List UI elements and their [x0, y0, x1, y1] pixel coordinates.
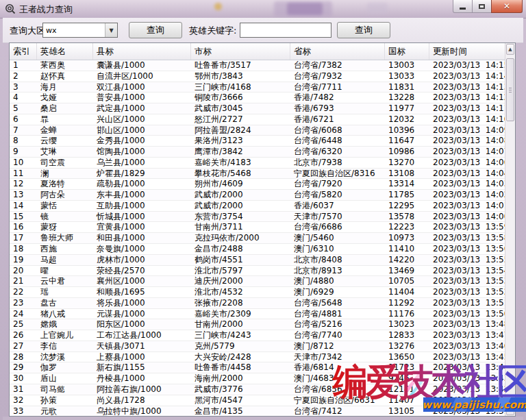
table-cell: 10705 — [385, 276, 429, 286]
table-cell: 2023/03/13 13:52:14 — [429, 287, 505, 297]
table-cell: 台湾省/6448 — [290, 136, 385, 146]
table-cell: 邯山区/1000 — [93, 125, 191, 136]
table-cell: 盾山 — [37, 373, 93, 384]
table-row[interactable]: 24猪八戒元谋县/1000嘉峪关市/2309台湾省/4881111762023/… — [10, 309, 505, 320]
table-cell: 沈梦溪 — [37, 352, 93, 362]
table-row[interactable]: 13阿古朵东丰县/1000武威市/2000台湾省/5820117852023/0… — [10, 190, 505, 201]
table-row[interactable]: 32孙策尚义县/1728黑河市/4547宁夏回族自治区/663111407202… — [10, 395, 505, 406]
table-cell: 11977 — [385, 103, 429, 114]
column-header[interactable]: 索引 — [10, 43, 37, 60]
table-cell: 乌拉特中旗/1000 — [93, 406, 191, 417]
minimize-button[interactable] — [453, 0, 473, 13]
table-row[interactable]: 28沈梦溪上蔡县/1000大兴安岭/2428天津市/7342136502023/… — [10, 352, 505, 363]
table-row[interactable]: 11澜炉霍县/1829攀枝花市/5468宁夏回族自治区/831613108202… — [10, 169, 505, 180]
table-row[interactable]: 3海月双江县/1000三门峡市/4168台湾省/7711118312023/03… — [10, 82, 505, 93]
column-header[interactable]: 国标 — [385, 43, 429, 60]
table-row[interactable]: 14蒙恬互助县/1000武威市/2000香港/6037122952023/03/… — [10, 201, 505, 212]
region-query-button[interactable]: 查询 — [129, 22, 182, 38]
window-title: 王者战力查询 — [19, 3, 73, 16]
table-row[interactable]: 6暃兴山区/1000怒江州/2727香港/6721120322023/03/13… — [10, 114, 505, 125]
table-cell: 2023/03/13 14:02:36 — [429, 190, 505, 200]
table-row[interactable]: 20曜荥经县/2570淮北市/5797北京市/8913134692023/03/… — [10, 266, 505, 277]
table-cell: 甘南州/3711 — [191, 222, 290, 232]
table-row[interactable]: 30盾山丹棱县/1000海南州/2000澳门/468392462023/03/1… — [10, 373, 505, 384]
table-row[interactable]: 9艾琳馆陶县/1000鹰潭市/3842台湾省/6320109862023/03/… — [10, 147, 505, 158]
table-row[interactable]: 4戈娅普安县/1000铜陵市/3666香港/7482132282023/03/1… — [10, 92, 505, 103]
window-bottom-edge — [3, 417, 523, 420]
scrollbar-thumb[interactable] — [506, 58, 514, 121]
table-row[interactable]: 2赵怀真自流井区/1000鄂州市/3843台湾省/7932130332023/0… — [10, 71, 505, 82]
column-header[interactable]: 英雄名 — [37, 43, 93, 60]
table-row[interactable]: 12夏洛特疏勒县/1000朔州市/4609台湾省/7920133142023/0… — [10, 179, 505, 190]
chevron-down-icon[interactable]: ▼ — [105, 23, 117, 37]
table-cell: 6 — [10, 114, 37, 125]
keyword-query-button[interactable]: 查询 — [337, 22, 390, 38]
maximize-button[interactable] — [473, 0, 491, 13]
column-header[interactable]: 市标 — [191, 43, 290, 60]
table-row[interactable]: 29伽罗新右旗/1155吐鲁番市/4458香港/6814117232023/03… — [10, 362, 505, 373]
table-row[interactable]: 26上官婉儿工布江达县/1000三门峡市/4243台湾省/77401283320… — [10, 330, 505, 341]
table-cell: 18 — [10, 244, 37, 254]
table-cell: 13108 — [385, 169, 429, 179]
table-cell: 29 — [10, 362, 37, 373]
table-row[interactable]: 31司马懿阿拉善右旗/1000武威市/3776台湾省/6856121412023… — [10, 384, 505, 395]
table-row[interactable]: 23盘古将乐县/1000张掖市/2208台湾省/5648112922023/03… — [10, 298, 505, 309]
table-cell: 13314 — [385, 179, 429, 189]
table-cell: 云中君 — [37, 276, 93, 286]
table-cell: 17 — [10, 233, 37, 243]
table-cell: 蒙恬 — [37, 201, 93, 211]
table-row[interactable]: 16蒙犽宜黄县/1000甘南州/3711台湾省/6686122232023/03… — [10, 222, 505, 233]
table-cell: 15 — [10, 212, 37, 222]
table-cell: 12295 — [385, 201, 429, 211]
table-cell: 9246 — [385, 373, 429, 384]
column-header[interactable]: 更新时间 — [429, 43, 515, 60]
table-cell: 囊谦县/1000 — [93, 60, 191, 71]
table-cell: 金蝉 — [37, 125, 93, 136]
region-select[interactable]: wx ▼ — [42, 23, 118, 38]
table-cell: 西施 — [37, 244, 93, 254]
table-cell: 淮北市/5797 — [191, 266, 290, 276]
table-cell: 2023/03/13 13:46:44 — [429, 341, 505, 351]
table-cell: 2023/03/13 14:13:47 — [429, 82, 505, 92]
table-cell: 30 — [10, 373, 37, 384]
vertical-scrollbar[interactable]: ▲ ▼ — [505, 43, 515, 416]
table-row[interactable]: 1莱西奥囊谦县/1000吐鲁番市/3517台湾省/7382130032023/0… — [10, 60, 505, 71]
table-cell: 12223 — [385, 222, 429, 232]
table-cell: 迪庆州/2000 — [191, 276, 290, 286]
table-row[interactable]: 22瑶和顺县/1695淮北市/4532澳门/6929114042023/03/1… — [10, 287, 505, 298]
column-header[interactable]: 县标 — [93, 43, 191, 60]
keyword-input[interactable] — [240, 23, 331, 38]
column-header[interactable]: 省标 — [290, 43, 385, 60]
table-row[interactable]: 27李信天镇县/3071克州/5779澳门/8712132762023/03/1… — [10, 341, 505, 352]
table-row[interactable]: 21云中君襄州区/1000迪庆州/2000澳门/4880107052023/03… — [10, 276, 505, 287]
table-cell: 宜黄县/1000 — [93, 222, 191, 232]
table-cell: 香港/6793 — [290, 103, 385, 114]
table-cell: 上官婉儿 — [37, 330, 93, 341]
table-row[interactable]: 5桑启武定县/1000武威市/3045香港/6793119772023/03/1… — [10, 103, 505, 114]
scroll-down-button[interactable]: ▼ — [506, 404, 514, 415]
table-cell: 2023/03/13 13:54:37 — [429, 266, 505, 276]
table-cell: 吐鲁番市/3517 — [191, 60, 290, 71]
table-row[interactable]: 10司空震乌兰县/1000嘉峪关市/4183北京市/7938132702023/… — [10, 158, 505, 169]
table-cell: 兴山区/1000 — [93, 114, 191, 125]
table-row[interactable]: 18西施奈曼旗/1000金昌市/2488澳门/6310114102023/03/… — [10, 244, 505, 255]
table-cell: 台湾省/5820 — [290, 190, 385, 200]
table-cell: 澳门/4683 — [290, 373, 385, 384]
table-cell: 27 — [10, 341, 37, 351]
table-cell: 孙策 — [37, 395, 93, 406]
table-cell: 12833 — [385, 330, 429, 341]
table-cell: 33 — [10, 406, 37, 417]
table-row[interactable]: 15镜忻城县/1000东营市/3754天津市/7570135782023/03/… — [10, 212, 505, 223]
scroll-up-button[interactable]: ▲ — [506, 44, 514, 55]
table-cell: 张掖市/2208 — [191, 298, 290, 308]
table-row[interactable]: 33元歌乌拉特中旗/1000金昌市/4135台湾省/7412131052023/… — [10, 406, 505, 417]
close-button[interactable]: ✕ — [491, 0, 523, 13]
table-cell: 武定县/1000 — [93, 103, 191, 114]
table-row[interactable]: 8云缨金秀县/1000果洛州/3123台湾省/6448116472023/03/… — [10, 136, 505, 147]
table-cell: 2023/03/13 14:08:14 — [429, 136, 505, 146]
table-row[interactable]: 19马超虎林市/1000鹤岗市/4551北京市/8408142202023/03… — [10, 255, 505, 266]
table-row[interactable]: 7金蝉邯山区/1000阿拉善盟/2824台湾省/6068103962023/03… — [10, 125, 505, 136]
table-cell: 尚义县/1728 — [93, 395, 191, 406]
table-row[interactable]: 17鲁班大师和田县/1000克拉玛依市/2000澳门/5460109732023… — [10, 233, 505, 244]
table-row[interactable]: 25嫦娥阳东区/1000甘南州/2000台湾省/5216130232023/03… — [10, 319, 505, 330]
